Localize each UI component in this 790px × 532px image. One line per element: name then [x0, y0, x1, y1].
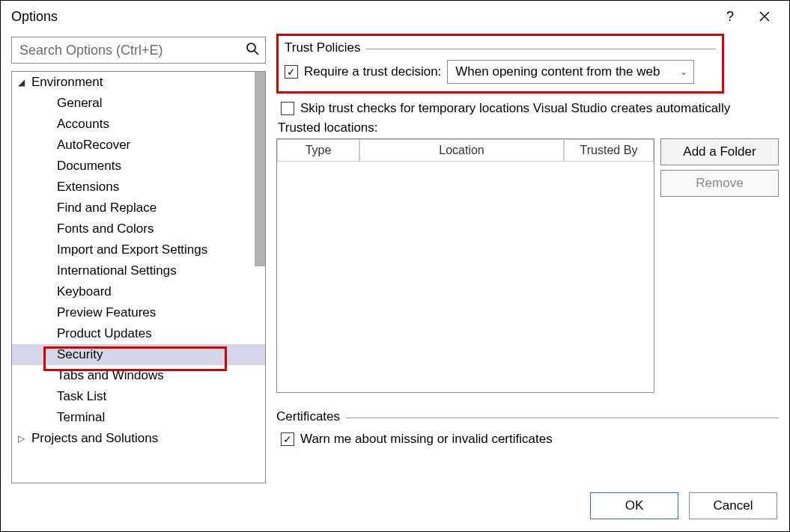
- group-certificates: Certificates: [276, 409, 340, 424]
- search-icon: [240, 42, 265, 59]
- tree-node-projects-solutions[interactable]: ▷ Projects and Solutions: [12, 428, 265, 449]
- checkbox-require-trust[interactable]: ✓: [285, 65, 298, 79]
- divider: [346, 418, 779, 418]
- tree-item-keyboard[interactable]: Keyboard: [12, 281, 265, 302]
- expand-icon: ◢: [18, 77, 31, 88]
- tree-item-autorecover[interactable]: AutoRecover: [12, 135, 265, 156]
- tree-item-tabs-windows[interactable]: Tabs and Windows: [12, 365, 265, 386]
- label-skip-trust: Skip trust checks for temporary location…: [300, 101, 730, 116]
- select-trust-decision[interactable]: When opening content from the web ⌄: [447, 60, 694, 84]
- tree-item-international[interactable]: International Settings: [12, 260, 265, 281]
- col-trusted-by[interactable]: Trusted By: [564, 139, 654, 162]
- remove-button[interactable]: Remove: [660, 170, 779, 197]
- options-tree[interactable]: ◢ Environment General Accounts AutoRecov…: [11, 71, 266, 483]
- search-box[interactable]: [11, 37, 266, 64]
- tree-scrollbar[interactable]: [255, 72, 265, 266]
- label-trusted-locations: Trusted locations:: [278, 120, 779, 135]
- options-dialog: Options ? ◢: [0, 0, 790, 532]
- tree-node-environment[interactable]: ◢ Environment: [12, 72, 265, 93]
- label-warn-cert: Warn me about missing or invalid certifi…: [300, 432, 553, 447]
- trusted-locations-table[interactable]: Type Location Trusted By: [276, 138, 654, 393]
- svg-point-2: [247, 43, 255, 52]
- tree-item-general[interactable]: General: [12, 93, 265, 114]
- tree-item-terminal[interactable]: Terminal: [12, 407, 265, 428]
- tree-item-find-replace[interactable]: Find and Replace: [12, 198, 265, 218]
- cancel-button[interactable]: Cancel: [689, 492, 777, 519]
- collapse-icon: ▷: [18, 433, 31, 444]
- tree-item-extensions[interactable]: Extensions: [12, 177, 265, 198]
- chevron-down-icon: ⌄: [680, 67, 687, 77]
- add-folder-button[interactable]: Add a Folder: [660, 138, 779, 165]
- tree-item-import-export[interactable]: Import and Export Settings: [12, 239, 265, 260]
- tree-item-documents[interactable]: Documents: [12, 156, 265, 177]
- group-trust-policies: Trust Policies: [285, 40, 360, 55]
- col-location[interactable]: Location: [359, 139, 564, 162]
- checkbox-warn-cert[interactable]: ✓: [281, 432, 294, 446]
- window-title: Options: [11, 9, 58, 25]
- col-type[interactable]: Type: [277, 139, 359, 162]
- svg-line-3: [255, 51, 258, 55]
- checkbox-skip-trust[interactable]: [281, 102, 294, 115]
- tree-item-preview-features[interactable]: Preview Features: [12, 302, 265, 323]
- ok-button[interactable]: OK: [590, 492, 678, 519]
- help-button[interactable]: ?: [713, 1, 747, 32]
- divider: [366, 49, 716, 49]
- tree-item-security[interactable]: Security: [12, 344, 265, 365]
- label-require-trust: Require a trust decision:: [304, 64, 441, 79]
- tree-item-accounts[interactable]: Accounts: [12, 114, 265, 135]
- close-icon: [759, 10, 771, 22]
- close-button[interactable]: [747, 1, 782, 32]
- highlight-trust-policies: Trust Policies ✓ Require a trust decisio…: [276, 34, 724, 94]
- tree-item-task-list[interactable]: Task List: [12, 386, 265, 407]
- tree-item-product-updates[interactable]: Product Updates: [12, 323, 265, 344]
- titlebar: Options ?: [1, 1, 789, 32]
- tree-item-fonts-colors[interactable]: Fonts and Colors: [12, 218, 265, 239]
- search-input[interactable]: [12, 43, 240, 58]
